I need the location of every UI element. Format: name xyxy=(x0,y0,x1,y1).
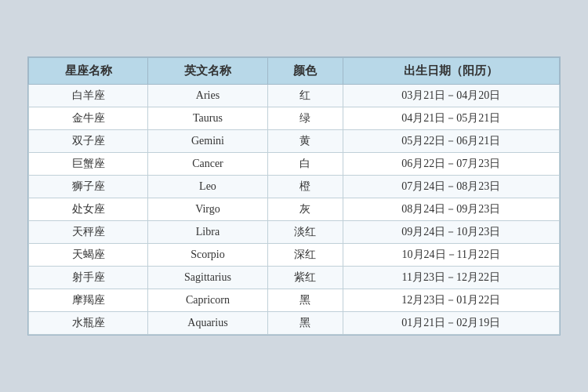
cell-date: 01月21日－02月19日 xyxy=(343,312,559,335)
cell-english-name: Gemini xyxy=(148,130,267,153)
cell-color: 黄 xyxy=(267,130,343,153)
header-chinese-name: 星座名称 xyxy=(29,58,148,85)
table-body: 白羊座Aries红03月21日－04月20日金牛座Taurus绿04月21日－0… xyxy=(29,85,560,335)
table-row: 金牛座Taurus绿04月21日－05月21日 xyxy=(29,107,560,130)
table-row: 处女座Virgo灰08月24日－09月23日 xyxy=(29,198,560,221)
cell-english-name: Cancer xyxy=(148,153,267,176)
cell-chinese-name: 双子座 xyxy=(29,130,148,153)
cell-english-name: Aquarius xyxy=(148,312,267,335)
cell-chinese-name: 狮子座 xyxy=(29,176,148,198)
table-row: 白羊座Aries红03月21日－04月20日 xyxy=(29,85,560,107)
cell-date: 03月21日－04月20日 xyxy=(343,85,559,107)
cell-english-name: Sagittarius xyxy=(148,267,267,289)
table-row: 射手座Sagittarius紫红11月23日－12月22日 xyxy=(29,267,560,289)
cell-english-name: Scorpio xyxy=(148,244,267,267)
cell-date: 09月24日－10月23日 xyxy=(343,221,559,244)
table-header-row: 星座名称 英文名称 颜色 出生日期（阳历） xyxy=(29,58,560,85)
cell-date: 04月21日－05月21日 xyxy=(343,107,559,130)
cell-color: 白 xyxy=(267,153,343,176)
zodiac-table: 星座名称 英文名称 颜色 出生日期（阳历） 白羊座Aries红03月21日－04… xyxy=(28,57,560,335)
cell-english-name: Leo xyxy=(148,176,267,198)
cell-chinese-name: 处女座 xyxy=(29,198,148,221)
cell-chinese-name: 巨蟹座 xyxy=(29,153,148,176)
cell-date: 11月23日－12月22日 xyxy=(343,267,559,289)
cell-english-name: Taurus xyxy=(148,107,267,130)
cell-chinese-name: 白羊座 xyxy=(29,85,148,107)
cell-english-name: Capricorn xyxy=(148,289,267,312)
table-row: 狮子座Leo橙07月24日－08月23日 xyxy=(29,176,560,198)
cell-chinese-name: 天秤座 xyxy=(29,221,148,244)
table-row: 摩羯座Capricorn黑12月23日－01月22日 xyxy=(29,289,560,312)
cell-date: 12月23日－01月22日 xyxy=(343,289,559,312)
cell-chinese-name: 水瓶座 xyxy=(29,312,148,335)
header-english-name: 英文名称 xyxy=(148,58,267,85)
cell-color: 黑 xyxy=(267,312,343,335)
cell-english-name: Virgo xyxy=(148,198,267,221)
cell-color: 淡红 xyxy=(267,221,343,244)
zodiac-table-container: 星座名称 英文名称 颜色 出生日期（阳历） 白羊座Aries红03月21日－04… xyxy=(27,56,561,336)
table-row: 天秤座Libra淡红09月24日－10月23日 xyxy=(29,221,560,244)
table-row: 双子座Gemini黄05月22日－06月21日 xyxy=(29,130,560,153)
cell-date: 07月24日－08月23日 xyxy=(343,176,559,198)
cell-color: 绿 xyxy=(267,107,343,130)
cell-date: 05月22日－06月21日 xyxy=(343,130,559,153)
cell-chinese-name: 摩羯座 xyxy=(29,289,148,312)
cell-date: 08月24日－09月23日 xyxy=(343,198,559,221)
table-row: 水瓶座Aquarius黑01月21日－02月19日 xyxy=(29,312,560,335)
cell-color: 红 xyxy=(267,85,343,107)
cell-english-name: Libra xyxy=(148,221,267,244)
cell-chinese-name: 天蝎座 xyxy=(29,244,148,267)
header-date: 出生日期（阳历） xyxy=(343,58,559,85)
cell-color: 灰 xyxy=(267,198,343,221)
cell-color: 深红 xyxy=(267,244,343,267)
cell-chinese-name: 金牛座 xyxy=(29,107,148,130)
cell-color: 紫红 xyxy=(267,267,343,289)
table-row: 天蝎座Scorpio深红10月24日－11月22日 xyxy=(29,244,560,267)
header-color: 颜色 xyxy=(267,58,343,85)
table-row: 巨蟹座Cancer白06月22日－07月23日 xyxy=(29,153,560,176)
cell-date: 06月22日－07月23日 xyxy=(343,153,559,176)
cell-english-name: Aries xyxy=(148,85,267,107)
cell-color: 橙 xyxy=(267,176,343,198)
cell-date: 10月24日－11月22日 xyxy=(343,244,559,267)
cell-chinese-name: 射手座 xyxy=(29,267,148,289)
cell-color: 黑 xyxy=(267,289,343,312)
